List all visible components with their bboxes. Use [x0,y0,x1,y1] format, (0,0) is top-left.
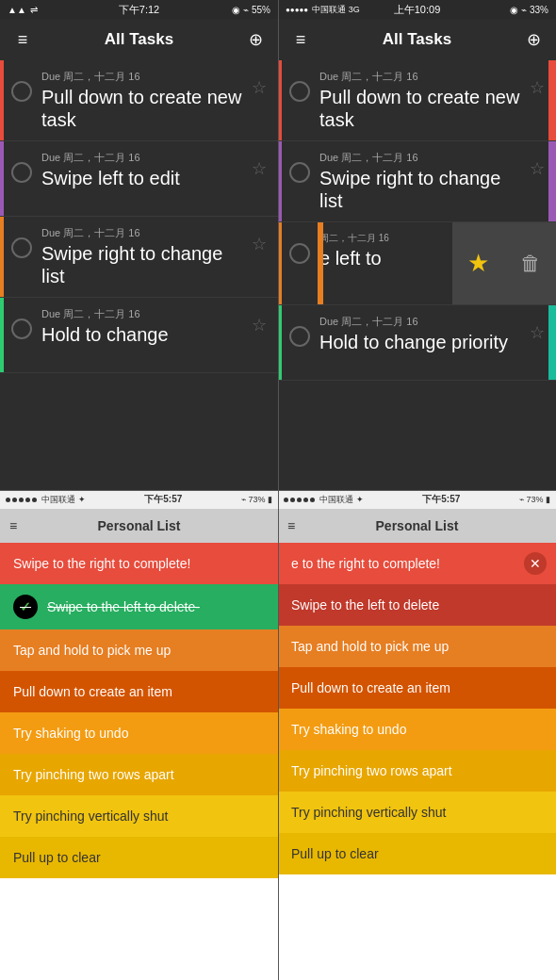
swipe-orange-bar [318,222,323,304]
nav-title-tr: All Tasks [383,30,451,49]
menu-icon-tr[interactable]: ≡ [289,30,312,50]
star-tl-4[interactable]: ☆ [252,315,267,335]
status-bar-tr: ●●●●● 中国联通 3G 上午10:09 ◉ ⌁ 33% [278,0,556,19]
star-tr-2[interactable]: ☆ [530,158,545,179]
status-time-tl: 下午7:12 [119,3,159,17]
status-time-br: 下午5:57 [422,493,460,506]
row-text-br-8: Pull up to clear [291,846,379,861]
color-row-bl-1[interactable]: Swipe to the right to complete! [0,543,278,584]
task-due-tl-1: Due 周二，十二月 16 [41,70,246,84]
star-tr-1[interactable]: ☆ [530,77,545,98]
task-title-tl-4: Hold to change [41,323,246,346]
battery-bl: ⌁ 73% ▮ [241,495,272,504]
row-text-bl-1: Swipe to the right to complete! [13,556,190,571]
checkbox-tl-2[interactable] [11,162,32,183]
menu-icon-bl[interactable]: ≡ [9,518,17,533]
star-tl-2[interactable]: ☆ [252,158,267,179]
task-item-tr-1[interactable]: Due 周二，十二月 16 Pull down to create new ta… [278,60,556,141]
swipe-actions-tr-3: ★ 🗑 [452,222,556,304]
location-icon: ◉ [232,5,240,15]
color-row-br-8[interactable]: Pull up to clear [278,833,556,874]
color-row-br-7[interactable]: Try pinching vertically shut [278,792,556,833]
panel-bottom-right: 中国联通 ✦ 下午5:57 ⌁ 73% ▮ ≡ Personal List e … [278,490,556,980]
color-list-br: e to the right to complete! ✕ Swipe to t… [278,543,556,874]
color-row-bl-6[interactable]: Try pinching two rows apart [0,754,278,795]
checkbox-tr-4[interactable] [289,326,310,347]
checkbox-tl-3[interactable] [11,237,32,258]
nav-bar-tl: ≡ All Tasks ⊕ [0,19,278,60]
carrier-bl: 中国联通 ✦ [41,494,86,506]
row-text-bl-7: Try pinching vertically shut [13,808,168,824]
accent-tl-4 [0,298,4,372]
star-tl-1[interactable]: ☆ [252,77,267,98]
task-item-tl-4[interactable]: Due 周二，十二月 16 Hold to change ☆ [0,298,278,373]
star-tr-4[interactable]: ☆ [530,322,545,343]
close-btn-br-1[interactable]: ✕ [524,552,547,575]
checkbox-tl-1[interactable] [11,81,32,102]
accent-tl-1 [0,60,4,140]
status-left-tr: ●●●●● 中国联通 3G [286,4,360,16]
signal-dots-br: 中国联通 ✦ [284,494,364,506]
checkbox-tr-3[interactable] [289,243,310,264]
panel-top-right: ●●●●● 中国联通 3G 上午10:09 ◉ ⌁ 33% ≡ All Task… [278,0,556,490]
color-row-br-5[interactable]: Try shaking to undo [278,709,556,750]
task-item-tl-1[interactable]: Due 周二，十二月 16 Pull down to create new ta… [0,60,278,141]
task-item-tr-3[interactable]: 周二，十二月 16 e left to ★ 🗑 [278,222,556,305]
row-text-br-6: Try pinching two rows apart [291,763,452,778]
color-row-br-1[interactable]: e to the right to complete! ✕ [278,543,556,584]
task-title-tr-4: Hold to change priority [319,331,524,353]
task-item-tr-2[interactable]: Due 周二，十二月 16 Swipe right to change list… [278,141,556,222]
color-row-br-4[interactable]: Pull down to create an item [278,667,556,709]
color-row-bl-2[interactable]: ✓ Swipe to the left to delete- [0,584,278,629]
task-item-tl-3[interactable]: Due 周二，十二月 16 Swipe right to change list… [0,217,278,298]
task-due-tr-2: Due 周二，十二月 16 [319,151,524,165]
task-content-tl-1: Due 周二，十二月 16 Pull down to create new ta… [41,70,246,131]
row-text-br-4: Pull down to create an item [291,680,450,695]
task-item-tl-2[interactable]: Due 周二，十二月 16 Swipe left to edit ☆ [0,141,278,217]
color-row-bl-3[interactable]: Tap and hold to pick me up [0,629,278,671]
task-content-tl-4: Due 周二，十二月 16 Hold to change [41,307,246,346]
row-text-bl-2: Swipe to the left to delete- [47,599,200,614]
row-text-br-7: Try pinching vertically shut [291,805,446,820]
color-row-br-2[interactable]: Swipe to the left to delete [278,584,556,626]
nav-bar-br: ≡ Personal List [278,509,556,543]
add-icon-tl[interactable]: ⊕ [244,29,267,50]
task-title-tr-1: Pull down to create new task [319,86,524,131]
status-right-tr: ◉ ⌁ 33% [510,5,548,15]
task-item-tr-4[interactable]: Due 周二，十二月 16 Hold to change priority ☆ [278,305,556,381]
status-left: ▲▲ ⇌ [8,5,38,15]
checkbox-tl-4[interactable] [11,318,32,339]
accent-tl-2 [0,141,4,216]
add-icon-tr[interactable]: ⊕ [522,29,545,50]
color-row-bl-8[interactable]: Pull up to clear [0,837,278,878]
task-due-tl-3: Due 周二，十二月 16 [41,226,246,240]
star-tl-3[interactable]: ☆ [252,234,267,254]
menu-icon-tl[interactable]: ≡ [11,30,34,50]
color-row-bl-4[interactable]: Pull down to create an item [0,671,278,712]
task-list-tr: Due 周二，十二月 16 Pull down to create new ta… [278,60,556,490]
color-row-bl-7[interactable]: Try pinching vertically shut [0,795,278,837]
right-strip-tr-4 [548,305,556,380]
location-icon-tr: ◉ [510,5,518,15]
task-content-tl-3: Due 周二，十二月 16 Swipe right to change list [41,226,246,287]
battery-br: ⌁ 73% ▮ [519,495,550,504]
row-text-br-5: Try shaking to undo [291,722,406,737]
task-due-tl-2: Due 周二，十二月 16 [41,151,246,165]
delete-action-icon[interactable]: 🗑 [520,252,541,276]
menu-icon-br[interactable]: ≡ [287,518,295,533]
checkbox-tr-2[interactable] [289,162,310,183]
task-due-tr-3: 周二，十二月 16 [319,232,442,245]
checkbox-tr-1[interactable] [289,81,310,102]
wifi-icon: ▲▲ [8,5,26,15]
task-title-tl-2: Swipe left to edit [41,167,246,189]
color-row-bl-5[interactable]: Try shaking to undo [0,712,278,754]
color-row-br-6[interactable]: Try pinching two rows apart [278,750,556,792]
status-bar-br: 中国联通 ✦ 下午5:57 ⌁ 73% ▮ [278,490,556,509]
bluetooth-icon: ⌁ [243,5,249,15]
favorite-action-icon[interactable]: ★ [467,249,489,278]
row-text-bl-3: Tap and hold to pick me up [13,643,171,658]
accent-tl-3 [0,217,4,297]
task-due-tr-1: Due 周二，十二月 16 [319,70,524,84]
task-content-tr-1: Due 周二，十二月 16 Pull down to create new ta… [319,70,524,131]
color-row-br-3[interactable]: Tap and hold to pick me up [278,626,556,667]
